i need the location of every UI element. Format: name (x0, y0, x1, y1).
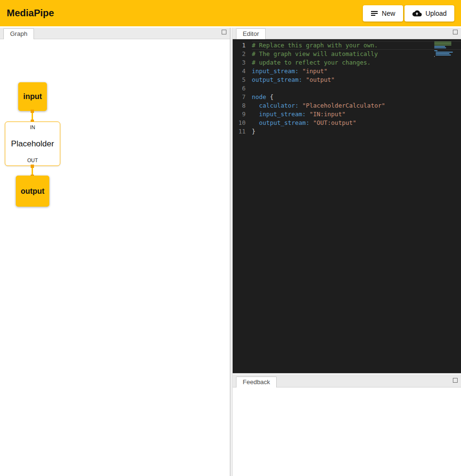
maximize-icon[interactable] (453, 378, 458, 383)
graph-edge-input-placeholder (31, 110, 34, 123)
code-line[interactable]: node { (252, 93, 461, 101)
code-line[interactable]: } (252, 127, 461, 136)
feedback-panel: Feedback (233, 376, 461, 476)
cloud-upload-icon (412, 10, 422, 17)
node-output-label: output (21, 187, 45, 196)
feedback-content (233, 387, 461, 476)
code-line[interactable]: output_stream: "OUT:output" (252, 119, 461, 127)
code-line[interactable]: calculator: "PlaceholderCalculator" (252, 101, 461, 110)
out-port-label: OUT (27, 157, 38, 163)
upload-button-label: Upload (426, 10, 447, 17)
node-input-label: input (23, 92, 42, 101)
code-line[interactable]: input_stream: "input" (252, 67, 461, 76)
list-lines-icon (371, 10, 378, 17)
new-button[interactable]: New (363, 5, 403, 22)
graph-node-input[interactable]: input (18, 82, 47, 111)
workspace: Graph input IN Placeholder OUT (0, 26, 461, 476)
editor-panel: Editor 1234567891011 # Replace this grap… (233, 28, 461, 373)
right-column: Editor 1234567891011 # Replace this grap… (233, 28, 461, 476)
tab-graph[interactable]: Graph (3, 28, 34, 39)
maximize-icon[interactable] (453, 30, 458, 34)
graph-node-placeholder[interactable]: IN Placeholder OUT (5, 122, 60, 166)
code-line[interactable]: # update to reflect your changes. (252, 58, 461, 67)
code-line[interactable]: # The graph view will automatically (252, 50, 461, 58)
graph-panel-tabbar: Graph (0, 28, 230, 39)
tab-editor[interactable]: Editor (236, 28, 266, 39)
mediapipe-visualizer: MediaPipe New Upload (0, 0, 461, 476)
edge-port-square (31, 165, 34, 168)
new-button-label: New (382, 10, 395, 17)
maximize-icon[interactable] (222, 30, 226, 34)
graph-canvas[interactable]: input IN Placeholder OUT (0, 39, 230, 476)
graph-node-output[interactable]: output (16, 176, 49, 207)
code-line[interactable] (252, 84, 461, 93)
app-header: MediaPipe New Upload (0, 0, 461, 26)
code-line[interactable]: # Replace this graph with your own. (252, 41, 461, 50)
tab-feedback[interactable]: Feedback (236, 376, 277, 387)
in-port-label: IN (30, 124, 35, 130)
editor-gutter: 1234567891011 (233, 41, 252, 373)
edge-port-square (31, 110, 34, 113)
node-placeholder-label: Placeholder (11, 139, 54, 149)
upload-button[interactable]: Upload (405, 5, 454, 22)
code-line[interactable]: output_stream: "output" (252, 76, 461, 84)
code-editor[interactable]: 1234567891011 # Replace this graph with … (233, 39, 461, 373)
app-title: MediaPipe (7, 8, 54, 19)
code-line[interactable]: input_stream: "IN:input" (252, 110, 461, 119)
editor-minimap[interactable] (434, 42, 452, 57)
feedback-panel-tabbar: Feedback (233, 376, 461, 387)
editor-lines[interactable]: # Replace this graph with your own.# The… (252, 41, 461, 373)
graph-panel: Graph input IN Placeholder OUT (0, 28, 230, 476)
editor-panel-tabbar: Editor (233, 28, 461, 39)
